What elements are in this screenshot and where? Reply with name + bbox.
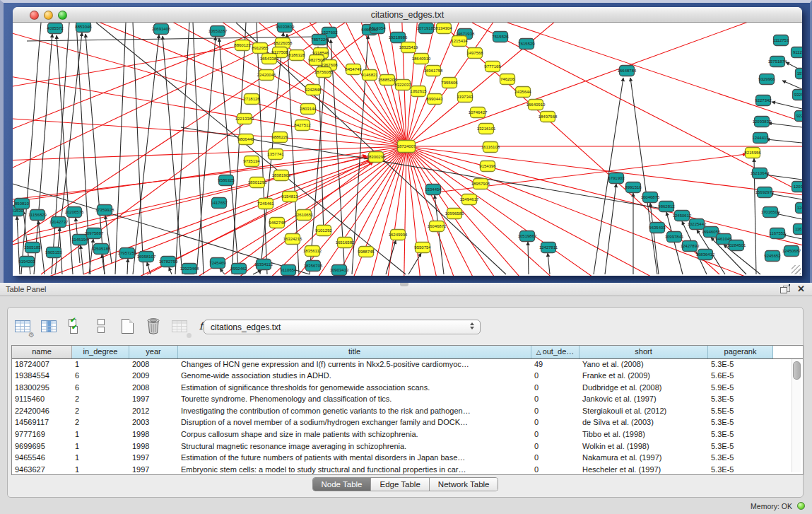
graph-node-label: 10653287 bbox=[208, 29, 228, 33]
table-panel-header: Table Panel ✕ bbox=[0, 283, 812, 296]
graph-node-label: 7515526 bbox=[492, 35, 509, 39]
graph-node-label: 8134304 bbox=[435, 26, 452, 30]
graph-node-label: 19218986 bbox=[389, 35, 408, 40]
graph-node-label: 4035572 bbox=[47, 26, 64, 30]
table-cell: 1998 bbox=[129, 429, 178, 441]
graph-node-label: 18957905 bbox=[471, 182, 490, 186]
table-cell: 18300295 bbox=[12, 382, 72, 394]
table-row[interactable]: 2242004622012Investigating the contribut… bbox=[12, 405, 803, 417]
graph-node-label: 18724007 bbox=[397, 144, 416, 148]
table-row[interactable]: 911546021997Tourette syndrome. Phenomeno… bbox=[12, 394, 803, 406]
table-cell: Hescheler et al. (1997) bbox=[579, 464, 708, 475]
network-canvas[interactable]: 4035572885304620691406106532871603380915… bbox=[13, 23, 802, 276]
table-cell: Nakamura et al. (1997) bbox=[579, 452, 708, 465]
table-toolbar: ⚙ ✔ ✔ bbox=[13, 313, 215, 339]
graph-node-label: 9550754 bbox=[414, 245, 431, 250]
table-row[interactable]: 946554611997Estimation of the future num… bbox=[12, 452, 803, 465]
graph-node-label: 15885208 bbox=[378, 78, 397, 82]
table-cell: 49 bbox=[531, 358, 579, 370]
table-cell: 5.3E-5 bbox=[708, 452, 773, 465]
table-panel-title: Table Panel bbox=[6, 285, 47, 293]
column-header-pagerank[interactable]: pagerank bbox=[708, 346, 773, 358]
tab-network-table[interactable]: Network Table bbox=[430, 478, 498, 491]
select-rows-icon[interactable]: ✔ ✔ bbox=[66, 317, 84, 335]
graph-node-label: 10225442 bbox=[688, 222, 707, 226]
graph-node-label: 18497568 bbox=[539, 115, 558, 119]
table-row[interactable]: 946362711997Embryonic stem cells: a mode… bbox=[12, 464, 803, 475]
graph-node-label: 746206 bbox=[500, 77, 515, 81]
network-window-titlebar[interactable]: citations_edges.txt bbox=[13, 7, 802, 23]
graph-node-label: 8813054 bbox=[369, 26, 386, 30]
graph-node-label: 1167552 bbox=[770, 231, 787, 235]
table-row[interactable]: 1456911722003Disruption of a novel membe… bbox=[12, 417, 803, 429]
memory-status-icon bbox=[797, 502, 805, 510]
graph-node-label: 16836412 bbox=[696, 252, 715, 257]
graph-node-label: 16648784 bbox=[618, 69, 637, 73]
graph-node-label: 92273 bbox=[796, 114, 802, 118]
column-header-year[interactable]: year bbox=[129, 346, 178, 358]
graph-node-label: 9862812 bbox=[658, 204, 675, 209]
node-table[interactable]: namein_degreeyeartitle△out_de…shortpager… bbox=[11, 345, 804, 475]
graph-node-label: 9154396 bbox=[479, 164, 496, 168]
graph-node-label: 9462748 bbox=[269, 221, 286, 225]
citation-network-graph[interactable]: 4035572885304620691406106532871603380915… bbox=[13, 23, 802, 276]
table-browser-panel: ⚙ ✔ ✔ bbox=[7, 307, 804, 498]
delete-table-icon[interactable] bbox=[144, 317, 163, 335]
table-cell: 5.3E-5 bbox=[708, 464, 773, 475]
table-row[interactable]: 1830029562008Estimation of significance … bbox=[12, 382, 803, 394]
table-cell: Embryonic stem cells: a model to study s… bbox=[178, 464, 531, 475]
new-table-icon[interactable] bbox=[118, 317, 136, 335]
network-window[interactable]: citations_edges.txt 40355728853046206914… bbox=[13, 7, 802, 276]
table-row[interactable]: 1872400712008Changes of HCN gene express… bbox=[12, 358, 803, 370]
table-cell: 6 bbox=[72, 370, 129, 382]
table-selector-dropdown[interactable]: citations_edges.txt bbox=[204, 320, 481, 334]
graph-node-label: 12427893 bbox=[681, 244, 700, 248]
graph-node-label: 8322037 bbox=[394, 83, 411, 87]
graph-node-label: 17359928 bbox=[95, 208, 114, 212]
resize-grip[interactable] bbox=[792, 265, 801, 274]
column-header-short[interactable]: short bbox=[579, 346, 708, 358]
graph-node-label: 5905153 bbox=[45, 250, 62, 255]
close-panel-icon[interactable]: ✕ bbox=[797, 284, 805, 294]
vertical-scrollbar[interactable] bbox=[792, 359, 801, 472]
column-header-outde[interactable]: △out_de… bbox=[531, 346, 579, 358]
graph-node-label: 9635403 bbox=[649, 226, 666, 230]
table-settings-icon[interactable]: ⚙ bbox=[13, 317, 32, 335]
graph-node-label: 17016504 bbox=[761, 210, 780, 214]
graph-node-label: 16046872 bbox=[428, 224, 447, 228]
import-table-disabled-icon bbox=[170, 317, 189, 335]
tab-node-table[interactable]: Node Table bbox=[313, 478, 372, 491]
float-panel-icon[interactable] bbox=[780, 285, 789, 293]
graph-node-label: 9827508 bbox=[308, 58, 325, 62]
graph-node-label: 20206576 bbox=[65, 210, 84, 214]
table-cell: 2003 bbox=[129, 417, 178, 429]
table-cell: 5.5E-5 bbox=[708, 405, 773, 417]
table-row[interactable]: 1938455462009Genome-wide association stu… bbox=[12, 370, 803, 382]
table-cell: 9777169 bbox=[12, 429, 72, 441]
table-cell: 1 bbox=[72, 452, 129, 465]
graph-node-label: 8912955 bbox=[252, 46, 269, 50]
graph-node-label: 331530 bbox=[13, 209, 24, 213]
graph-node-label: 16958107 bbox=[137, 255, 156, 259]
graph-node-label: 12450612 bbox=[673, 214, 692, 218]
show-column-icon[interactable] bbox=[40, 317, 58, 335]
scrollbar-thumb[interactable] bbox=[793, 361, 801, 380]
row-height-icon[interactable] bbox=[92, 317, 110, 335]
tab-edge-table[interactable]: Edge Table bbox=[371, 478, 429, 491]
graph-node-label: 1244413 bbox=[752, 136, 769, 140]
status-bar: Memory: OK bbox=[0, 499, 812, 514]
splitter-handle[interactable] bbox=[400, 283, 408, 286]
table-cell: 9115460 bbox=[12, 394, 72, 406]
table-row[interactable]: 969969511998Structural magnetic resonanc… bbox=[12, 440, 803, 452]
column-header-name[interactable]: name bbox=[12, 346, 72, 358]
column-header-title[interactable]: title bbox=[178, 346, 531, 358]
graph-node-label: 12444 bbox=[797, 206, 802, 210]
table-panel-body: ⚙ ✔ ✔ bbox=[0, 296, 812, 514]
table-row[interactable]: 977716911998Corpus callosum shape and si… bbox=[12, 429, 803, 441]
graph-node-label: 2367608 bbox=[321, 63, 338, 67]
graph-node-label: 1534454 bbox=[425, 187, 442, 192]
column-header-indegree[interactable]: in_degree bbox=[72, 346, 129, 358]
graph-node-label: 12505185 bbox=[92, 247, 111, 251]
graph-node-label: 8186328 bbox=[288, 53, 305, 57]
graph-node-label: 9227342 bbox=[755, 98, 772, 103]
